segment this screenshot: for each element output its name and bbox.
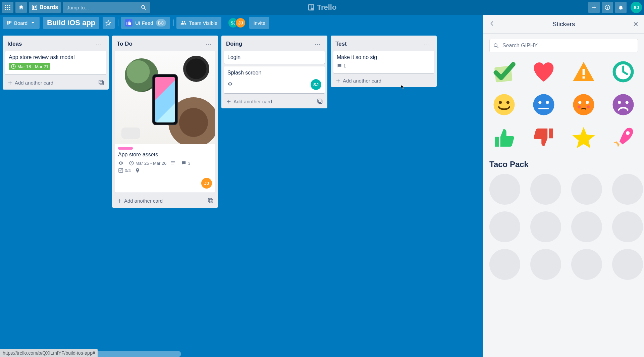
sticker-placeholder[interactable] xyxy=(612,211,643,242)
add-card-button[interactable]: Add another card xyxy=(7,80,53,86)
svg-rect-1 xyxy=(7,5,8,6)
sticker-meh-blue[interactable] xyxy=(532,93,556,117)
sticker-placeholder[interactable] xyxy=(489,249,520,280)
taco-pack-title: Taco Pack xyxy=(489,160,638,169)
card-template-button[interactable] xyxy=(207,197,213,204)
add-card-button[interactable]: Add another card xyxy=(117,198,163,204)
apps-launcher-button[interactable] xyxy=(2,2,13,13)
visibility-button[interactable]: Team Visible xyxy=(176,17,222,29)
svg-point-44 xyxy=(506,101,509,104)
card[interactable]: Login xyxy=(224,51,325,64)
create-button[interactable] xyxy=(588,2,600,13)
card-title: Login xyxy=(227,54,321,60)
svg-rect-0 xyxy=(5,5,6,6)
sticker-placeholder[interactable] xyxy=(571,174,602,205)
card-title: App store assets xyxy=(118,152,212,158)
notifications-button[interactable] xyxy=(615,2,627,13)
list-title[interactable]: To Do xyxy=(117,41,132,47)
add-card-button[interactable]: Add another card xyxy=(335,78,381,84)
card-template-button[interactable] xyxy=(98,79,104,86)
sticker-star[interactable] xyxy=(572,125,596,150)
sticker-smile-yellow[interactable] xyxy=(492,93,516,117)
panel-back-button[interactable] xyxy=(487,18,497,30)
sticker-warning[interactable] xyxy=(572,60,596,84)
list-title[interactable]: Ideas xyxy=(7,41,22,47)
card-label-pink[interactable] xyxy=(118,147,133,150)
panel-title: Stickers xyxy=(552,20,575,28)
global-search-input[interactable] xyxy=(66,4,141,11)
sticker-check[interactable] xyxy=(492,60,516,84)
list-menu-button[interactable]: ⋯ xyxy=(94,40,104,48)
card[interactable]: Splash screen SJ xyxy=(224,66,325,93)
info-button[interactable] xyxy=(602,2,613,13)
checklist-badge: 0/4 xyxy=(118,168,131,173)
svg-marker-56 xyxy=(572,127,595,148)
svg-rect-38 xyxy=(582,69,585,75)
add-card-label: Add another card xyxy=(233,99,272,104)
search-icon xyxy=(141,4,147,10)
list-title[interactable]: Doing xyxy=(226,41,242,47)
list-ideas: Ideas ⋯ App store review ask modal Mar 1… xyxy=(3,36,109,90)
sticker-placeholder[interactable] xyxy=(612,174,643,205)
sticker-placeholder[interactable] xyxy=(489,211,520,242)
board-name[interactable]: Build iOS app xyxy=(43,17,99,29)
svg-point-49 xyxy=(578,101,581,104)
invite-label: Invite xyxy=(253,20,265,26)
svg-point-43 xyxy=(499,101,502,104)
sticker-rocket[interactable] xyxy=(611,125,635,150)
sticker-thumbs-up[interactable] xyxy=(492,125,516,150)
sticker-thumbs-down[interactable] xyxy=(532,125,556,150)
sticker-clock[interactable] xyxy=(611,60,635,84)
card-member-avatar[interactable]: JJ xyxy=(201,178,212,189)
description-icon xyxy=(170,160,177,166)
svg-point-51 xyxy=(578,105,581,108)
sticker-placeholder[interactable] xyxy=(571,211,602,242)
list-test: Test ⋯ Make it so no sig 1 Add another c… xyxy=(331,36,437,87)
card-template-button[interactable] xyxy=(317,98,323,105)
view-switcher[interactable]: Board xyxy=(3,17,40,29)
uifeed-badge: BC xyxy=(156,19,166,27)
powerup-uifeed-button[interactable]: UI Feed BC xyxy=(121,17,170,29)
separator xyxy=(118,19,118,26)
invite-button[interactable]: Invite xyxy=(249,17,269,29)
boards-button[interactable]: Boards xyxy=(29,2,61,13)
sticker-placeholder[interactable] xyxy=(571,249,602,280)
list-menu-button[interactable]: ⋯ xyxy=(422,40,432,48)
trello-logo[interactable]: Trello xyxy=(308,0,337,15)
svg-line-13 xyxy=(144,8,146,10)
sticker-placeholder[interactable] xyxy=(530,174,561,205)
card[interactable]: App store review ask modal Mar 18 - Mar … xyxy=(5,51,106,74)
global-search[interactable] xyxy=(63,2,150,13)
watch-icon xyxy=(118,160,125,166)
svg-rect-15 xyxy=(309,5,311,10)
card-member-avatar[interactable]: SJ xyxy=(311,79,321,90)
giphy-search-input[interactable] xyxy=(502,42,634,49)
search-icon xyxy=(493,43,499,49)
add-card-button[interactable]: Add another card xyxy=(226,99,272,104)
card[interactable]: App store assets Mar 25 - Mar 26 3 xyxy=(115,51,215,193)
separator xyxy=(225,19,225,26)
chevron-down-icon xyxy=(30,20,36,26)
svg-rect-20 xyxy=(7,21,8,25)
add-card-label: Add another card xyxy=(15,80,53,86)
sticker-placeholder[interactable] xyxy=(530,249,561,280)
star-board-button[interactable] xyxy=(103,17,115,29)
list-menu-button[interactable]: ⋯ xyxy=(203,40,213,48)
sticker-embarrassed-orange[interactable] xyxy=(572,93,596,117)
card[interactable]: Make it so no sig 1 xyxy=(333,51,434,73)
board-members[interactable]: SJ JJ xyxy=(228,17,246,28)
sticker-placeholder[interactable] xyxy=(612,249,643,280)
giphy-search[interactable] xyxy=(489,39,638,52)
sticker-frown-purple[interactable] xyxy=(611,93,635,117)
list-menu-button[interactable]: ⋯ xyxy=(313,40,323,48)
separator xyxy=(173,19,174,26)
panel-close-button[interactable]: ✕ xyxy=(631,18,641,30)
sticker-placeholder[interactable] xyxy=(489,174,520,205)
svg-point-46 xyxy=(539,101,542,104)
member-avatar[interactable]: JJ xyxy=(235,17,246,28)
list-title[interactable]: Test xyxy=(335,41,347,47)
user-avatar[interactable]: SJ xyxy=(631,2,642,13)
sticker-placeholder[interactable] xyxy=(530,211,561,242)
home-button[interactable] xyxy=(15,2,27,13)
sticker-heart[interactable] xyxy=(532,60,556,84)
